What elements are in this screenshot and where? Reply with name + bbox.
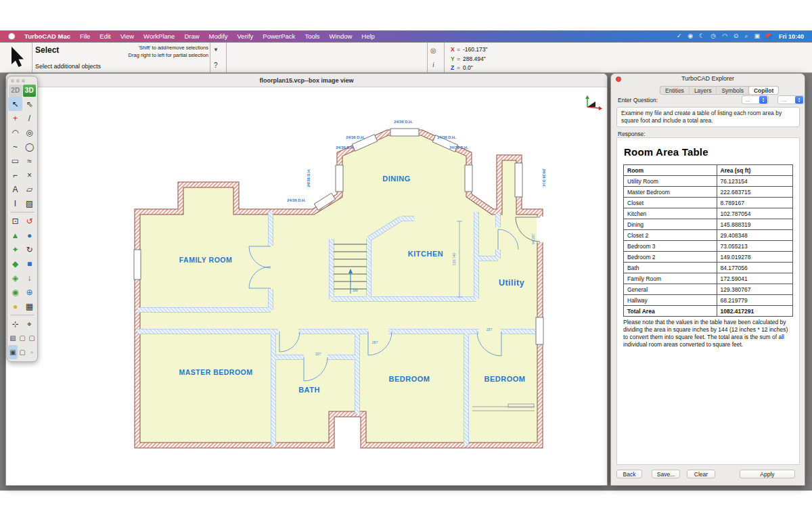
select-tool[interactable]: ↖ bbox=[8, 97, 22, 111]
menu-item-modify[interactable]: Modify bbox=[209, 32, 228, 40]
svg-text:24/36 D.H.: 24/36 D.H. bbox=[287, 198, 306, 202]
divider bbox=[32, 43, 32, 72]
add-solid-tool[interactable]: ⊕ bbox=[22, 285, 37, 299]
mode-2d-button[interactable]: 2D bbox=[9, 85, 22, 97]
active-tool-cell[interactable] bbox=[0, 43, 32, 72]
zoom-tool[interactable]: ⌖ bbox=[22, 317, 37, 331]
point-tool[interactable]: + bbox=[8, 111, 22, 125]
menu-item-edit[interactable]: Edit bbox=[99, 32, 110, 40]
gear-icon[interactable]: ◎ bbox=[430, 47, 436, 54]
circle-tool[interactable]: ◎ bbox=[22, 125, 37, 139]
menu-item-workplane[interactable]: WorkPlane bbox=[143, 32, 175, 40]
menubar-clock[interactable]: Fri 10:40 bbox=[779, 33, 804, 40]
arc-tool[interactable]: ◠ bbox=[8, 125, 22, 139]
drawing-window-title[interactable]: floorplan15.vcp--box image view bbox=[6, 74, 607, 87]
select-alt-tool[interactable]: ⇖ bbox=[22, 97, 37, 111]
back-button[interactable]: Back bbox=[616, 470, 642, 478]
save-button[interactable]: Save... bbox=[652, 470, 680, 478]
tool-options-dropdown[interactable]: ▼ bbox=[213, 47, 219, 53]
menu-item-powerpack[interactable]: PowerPack bbox=[263, 32, 295, 40]
view-front-tool[interactable]: ▢ bbox=[27, 331, 37, 345]
text-tool[interactable]: A bbox=[8, 182, 22, 196]
polygon-tool[interactable]: ▱ bbox=[22, 182, 37, 196]
menu-item-turbocad-mac[interactable]: TurboCAD Mac bbox=[24, 32, 70, 40]
box-tool[interactable]: ■ bbox=[22, 256, 37, 271]
duplicate-tool[interactable]: ⊡ bbox=[8, 214, 22, 228]
subtract-tool[interactable]: ◉ bbox=[8, 285, 22, 299]
history-dropdown[interactable]: ... ▲▼ bbox=[777, 95, 805, 104]
grid-tool[interactable]: ▦ bbox=[22, 299, 37, 313]
hatch-tool[interactable]: ▨ bbox=[22, 196, 37, 210]
drawing-canvas[interactable]: FAMILY ROOMDININGKITCHENUtilityMASTER BE… bbox=[6, 87, 607, 485]
table-total-row: Total Area1082.417291 bbox=[624, 306, 793, 317]
clock-icon[interactable]: ◷ bbox=[710, 33, 716, 39]
revolve-tool[interactable]: ↻ bbox=[22, 242, 37, 256]
pan-tool[interactable]: ⊹ bbox=[8, 317, 22, 331]
gauge-icon[interactable]: ◉ bbox=[687, 33, 693, 39]
menu-item-file[interactable]: File bbox=[80, 32, 90, 40]
question-input[interactable]: Examine my file and create a table of li… bbox=[616, 107, 800, 127]
svg-text:KITCHEN: KITCHEN bbox=[408, 250, 443, 258]
shell-tool[interactable]: ◆ bbox=[8, 256, 22, 271]
record-icon[interactable]: ⊙ bbox=[734, 33, 739, 39]
tool-hint-1: 'Shift' to add/remove selections bbox=[95, 45, 208, 52]
tab-entities[interactable]: Entities bbox=[660, 87, 690, 94]
room-area-table: RoomArea (sq ft)Utility Room76.123154Mas… bbox=[623, 164, 793, 317]
apply-button[interactable]: Apply bbox=[740, 470, 795, 478]
table-row: Master Bedroom222.683715 bbox=[624, 187, 793, 198]
divider bbox=[210, 43, 210, 72]
slice-tool[interactable]: ◈ bbox=[8, 271, 22, 285]
table-row: Closet8.789167 bbox=[624, 198, 793, 208]
mode-3d-button[interactable]: 3D bbox=[23, 85, 37, 97]
view-shaded-tool[interactable]: ▣ bbox=[8, 345, 18, 359]
apple-menu-icon[interactable]: ⬤ bbox=[8, 33, 15, 39]
rectangle-tool[interactable]: ▭ bbox=[8, 154, 22, 168]
dimension-tool[interactable]: I bbox=[8, 196, 22, 210]
view-small-tool[interactable]: ▫ bbox=[27, 345, 37, 359]
tab-symbols[interactable]: Symbols bbox=[717, 87, 749, 94]
menu-item-verify[interactable]: Verify bbox=[238, 32, 254, 40]
palette-window-controls[interactable] bbox=[7, 76, 37, 85]
response-label: Response: bbox=[618, 131, 646, 137]
app-icon[interactable] bbox=[766, 33, 772, 39]
check-circle-icon[interactable]: ✓ bbox=[677, 33, 682, 39]
tool-help-button[interactable]: ? bbox=[214, 62, 218, 69]
erase-tool[interactable]: × bbox=[22, 168, 37, 182]
question-preset-dropdown[interactable]: ... ▲▼ bbox=[742, 95, 769, 104]
press-pull-tool[interactable]: ↓ bbox=[22, 271, 37, 285]
moon-icon[interactable]: ☾ bbox=[699, 33, 704, 39]
dropdown-value: ... bbox=[782, 97, 786, 103]
spline-tool[interactable]: ≈ bbox=[22, 154, 37, 168]
menu-item-view[interactable]: View bbox=[120, 32, 134, 40]
menu-item-draw[interactable]: Draw bbox=[184, 32, 199, 40]
info-icon[interactable]: i bbox=[432, 61, 434, 68]
ellipse-tool[interactable]: ◯ bbox=[22, 139, 37, 154]
menu-item-tools[interactable]: Tools bbox=[304, 32, 319, 40]
polyline-tool[interactable]: ⌐ bbox=[8, 168, 22, 182]
close-button[interactable] bbox=[616, 76, 621, 82]
tab-layers[interactable]: Layers bbox=[690, 87, 717, 94]
move3d-tool[interactable]: ✦ bbox=[8, 242, 22, 256]
view-wire-tool[interactable]: ▢ bbox=[18, 345, 27, 359]
curve-tool[interactable]: ~ bbox=[8, 139, 22, 154]
view-top-tool[interactable]: ▢ bbox=[18, 331, 27, 345]
line-tool[interactable]: / bbox=[22, 111, 37, 125]
tab-copilot[interactable]: Copilot bbox=[749, 87, 778, 94]
divider bbox=[427, 43, 428, 72]
wifi-icon[interactable]: ◠ bbox=[722, 33, 727, 39]
search-icon[interactable]: ⌕ bbox=[744, 33, 748, 39]
extrude-tool[interactable]: ▲ bbox=[8, 228, 22, 242]
view-iso-tool[interactable]: ▧ bbox=[8, 331, 18, 345]
sphere-tool[interactable]: ● bbox=[22, 228, 37, 242]
magnet-tool[interactable]: ↺ bbox=[22, 214, 37, 228]
material-tool[interactable]: ● bbox=[8, 299, 22, 313]
control-center-icon[interactable]: ▣ bbox=[754, 33, 760, 39]
tool-palette: 2D 3D ↖⇖+/◠◎~◯▭≈⌐×A▱I▨⊡↺▲●✦↻◆■◈↓◉⊕●▦⊹⌖▧▢… bbox=[7, 76, 38, 362]
response-area[interactable]: Room Area Table RoomArea (sq ft)Utility … bbox=[616, 137, 800, 465]
menu-item-help[interactable]: Help bbox=[361, 32, 375, 40]
table-row: Kitchen102.787054 bbox=[624, 208, 793, 219]
svg-text:BEDROOM: BEDROOM bbox=[484, 375, 526, 383]
menu-item-window[interactable]: Window bbox=[330, 32, 353, 40]
table-row: Family Room172.59041 bbox=[624, 273, 793, 284]
clear-button[interactable]: Clear bbox=[687, 470, 715, 478]
